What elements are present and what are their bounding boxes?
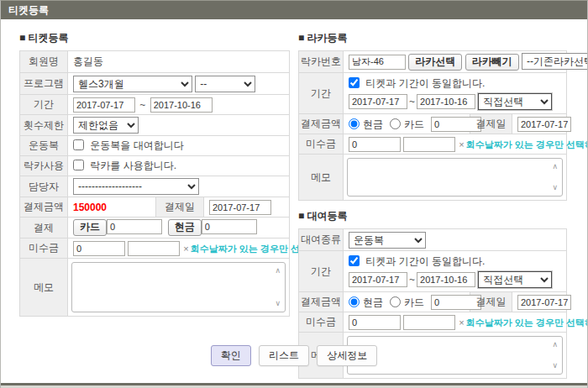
note-mark: ×: [455, 139, 465, 149]
locker-section-heading: ■ 라카등록: [298, 31, 567, 45]
locker-use-checkbox-label: 락카를 사용합니다.: [90, 160, 176, 171]
uniform-checkbox-label: 운동복을 대여합니다: [90, 139, 183, 151]
period-label: 기간: [20, 95, 68, 115]
locker-remove-button[interactable]: 라카빼기: [465, 54, 519, 71]
unpaid-amount-input[interactable]: [73, 241, 125, 256]
locker-pick-button[interactable]: 라카선택: [408, 54, 462, 71]
rental-unpaid-date-input[interactable]: [403, 315, 455, 330]
ticket-section-heading: ■ 티켓등록: [19, 31, 290, 45]
program-select[interactable]: 헬스3개월: [73, 76, 192, 92]
cash-button[interactable]: 현금: [168, 219, 202, 236]
count-limit-label: 횟수제한: [20, 115, 68, 136]
unpaid-date-input[interactable]: [128, 241, 180, 256]
right-column: ■ 라카등록 락카번호 라카선택 라카빼기 --기존라카선택--: [298, 28, 567, 379]
table-row: 결제 카드 현금: [20, 218, 290, 239]
rental-card-radio-label: 카드: [404, 296, 424, 308]
locker-card-radio[interactable]: [390, 118, 401, 129]
unpaid-label: 미수금: [20, 239, 68, 259]
rental-period-mode-select[interactable]: 직접선택: [478, 271, 552, 288]
locker-number-input[interactable]: [349, 55, 406, 70]
scroll-up-icon[interactable]: ∧: [275, 267, 281, 275]
rental-period-label: 기간: [299, 251, 344, 292]
locker-same-period-checkbox[interactable]: [349, 77, 360, 88]
payment-amount-value: 150000: [73, 202, 107, 213]
table-row: 기간 티켓과 기간이 동일합니다. ~ 직접선택: [299, 73, 567, 114]
locker-amount-label: 결제금액: [299, 114, 344, 134]
table-row: 프로그램 헬스3개월 --: [20, 73, 290, 95]
rental-unpaid-amount-input[interactable]: [349, 315, 401, 330]
period-separator: ~: [138, 99, 147, 111]
locker-unpaid-date-input[interactable]: [403, 137, 455, 152]
note-mark: ×: [455, 317, 465, 328]
locker-memo-textarea[interactable]: [347, 158, 563, 197]
content-area: ■ 티켓등록 회원명 홍길동 프로그램 헬스3개월: [1, 19, 587, 383]
table-row: 결제금액 현금카드 결제일: [299, 114, 567, 134]
count-limit-select[interactable]: 제한없음: [73, 117, 139, 134]
locker-period-mode-select[interactable]: 직접선택: [478, 93, 552, 110]
payment-amount-label: 결제금액: [20, 197, 68, 218]
locker-period-end-input[interactable]: [417, 94, 475, 109]
ticket-registration-window: 티켓등록 ■ 티켓등록 회원명 홍길동 프로그램 헬스3개월: [0, 0, 588, 388]
locker-cash-radio[interactable]: [349, 118, 360, 129]
table-row: 대여종류 운동복: [299, 229, 567, 251]
rental-amount-input[interactable]: [431, 295, 481, 310]
program-sub-select[interactable]: --: [195, 76, 255, 92]
existing-locker-select[interactable]: --기존라카선택--: [522, 53, 588, 70]
memo-textarea[interactable]: [71, 262, 286, 312]
scroll-down-icon[interactable]: ∨: [552, 184, 558, 191]
rental-amount-label: 결제금액: [299, 292, 344, 312]
table-row: 락카사용 락카를 사용합니다.: [20, 156, 290, 176]
rental-period-separator: ~: [407, 274, 417, 286]
locker-unpaid-amount-input[interactable]: [349, 137, 401, 152]
table-row: 담당자 -------------------: [20, 176, 290, 197]
rental-same-period-checkbox[interactable]: [349, 255, 360, 266]
window-titlebar: 티켓등록: [1, 1, 587, 19]
member-name-value: 홍길동: [68, 51, 290, 73]
uniform-checkbox[interactable]: [73, 139, 84, 150]
rental-cash-radio-label: 현금: [363, 296, 383, 308]
pay-date-input[interactable]: [209, 200, 271, 215]
card-amount-input[interactable]: [107, 219, 162, 234]
confirm-button[interactable]: 확인: [211, 345, 251, 366]
scroll-down-icon[interactable]: ∨: [275, 300, 281, 307]
locker-amount-input[interactable]: [431, 117, 481, 132]
locker-period-label: 기간: [299, 73, 344, 114]
locker-use-checkbox[interactable]: [73, 160, 84, 170]
locker-card-radio-label: 카드: [404, 118, 424, 130]
table-row: 미수금 ×회수날짜가 있는 경우만 선택하세요: [299, 134, 567, 155]
rental-period-start-input[interactable]: [349, 272, 407, 287]
period-end-input[interactable]: [150, 97, 213, 113]
rental-section-heading: ■ 대여등록: [298, 209, 567, 223]
table-row: 메모 ∧ ∨: [299, 155, 567, 201]
locker-form-table: 락카번호 라카선택 라카빼기 --기존라카선택-- 기간: [298, 50, 567, 201]
detail-button[interactable]: 상세정보: [317, 345, 377, 366]
rental-cash-radio[interactable]: [349, 296, 360, 307]
manager-select[interactable]: -------------------: [73, 178, 199, 195]
table-row: 기간 ~: [20, 95, 290, 115]
uniform-label: 운동복: [20, 136, 68, 156]
payment-label: 결제: [20, 218, 68, 239]
rental-unpaid-label: 미수금: [299, 312, 344, 333]
ticket-section: ■ 티켓등록 회원명 홍길동 프로그램 헬스3개월: [19, 28, 290, 379]
memo-label: 메모: [20, 259, 68, 317]
locker-number-label: 락카번호: [299, 51, 344, 73]
rental-period-end-input[interactable]: [417, 272, 475, 287]
table-row: 메모 ∧ ∨: [20, 259, 290, 317]
locker-pay-date-input[interactable]: [517, 117, 571, 132]
table-row: 운동복 운동복을 대여합니다: [20, 136, 290, 156]
locker-pay-date-label: 결제일: [470, 114, 512, 134]
scroll-up-icon[interactable]: ∧: [552, 163, 558, 170]
table-row: 미수금 ×회수날짜가 있는 경우만 선택하세요: [20, 239, 290, 259]
rental-card-radio[interactable]: [390, 296, 401, 307]
rental-type-select[interactable]: 운동복: [349, 232, 426, 249]
table-row: 락카번호 라카선택 라카빼기 --기존라카선택--: [299, 51, 567, 73]
locker-section: ■ 라카등록 락카번호 라카선택 라카빼기 --기존라카선택--: [298, 31, 567, 201]
cash-amount-input[interactable]: [202, 219, 257, 234]
period-start-input[interactable]: [73, 97, 135, 113]
locker-use-label: 락카사용: [20, 156, 68, 176]
list-button[interactable]: 리스트: [259, 345, 309, 366]
rental-pay-date-input[interactable]: [517, 295, 571, 310]
locker-period-start-input[interactable]: [349, 94, 407, 109]
table-row: 기간 티켓과 기간이 동일합니다. ~ 직접선택: [299, 251, 567, 292]
card-button[interactable]: 카드: [73, 219, 107, 236]
